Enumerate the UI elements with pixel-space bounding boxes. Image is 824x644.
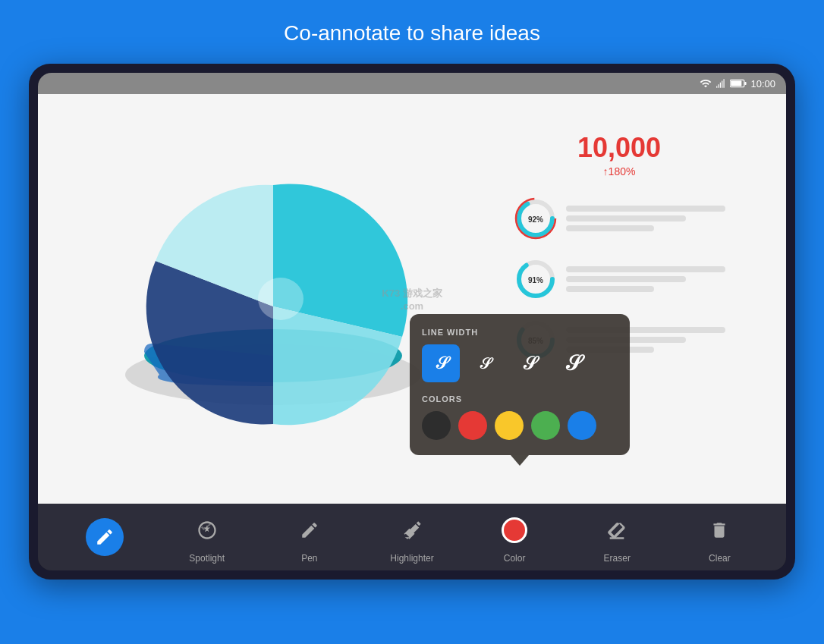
- pen-active-wrapper[interactable]: [86, 518, 124, 556]
- svg-point-5: [258, 278, 303, 320]
- mini-stat-1: 92%: [513, 196, 725, 241]
- chart-area: [114, 140, 432, 428]
- main-content: 10,000 ↑180% 92%: [38, 94, 786, 504]
- pen-icon: [300, 520, 319, 540]
- big-number: 10,000: [513, 132, 725, 164]
- mini-line: [566, 215, 686, 221]
- eraser-wrapper[interactable]: [598, 511, 636, 549]
- line-width-popup: LINE WIDTH 𝒮 𝒮 𝒮 𝒮 COLO: [410, 314, 630, 455]
- color-red[interactable]: [458, 411, 487, 440]
- mini-line: [566, 206, 725, 212]
- pie-chart: [114, 140, 432, 428]
- toolbar-item-highlighter[interactable]: Highlighter: [382, 511, 442, 564]
- spotlight-label: Spotlight: [189, 553, 225, 564]
- line-width-s[interactable]: 𝒮: [466, 344, 504, 382]
- mini-line: [566, 276, 686, 282]
- popup-line-width-label: LINE WIDTH: [422, 328, 618, 337]
- color-green[interactable]: [531, 411, 560, 440]
- trash-icon: [709, 520, 729, 541]
- color-label: Color: [504, 553, 526, 564]
- line-width-s-icon: 𝒮: [480, 355, 490, 372]
- eraser-icon: [606, 520, 627, 541]
- highlighter-wrapper[interactable]: [393, 511, 431, 549]
- status-bar: 10:00: [38, 73, 786, 94]
- color-options[interactable]: [422, 411, 618, 440]
- clear-wrapper[interactable]: [700, 511, 738, 549]
- mini-stat-2: 91%: [513, 256, 725, 302]
- device-screen: 10:00: [38, 73, 786, 570]
- mini-donut-2: 91%: [513, 256, 558, 302]
- color-wrapper[interactable]: [495, 511, 533, 549]
- line-width-options[interactable]: 𝒮 𝒮 𝒮 𝒮: [422, 344, 618, 382]
- toolbar: Spotlight Pen Highlighter: [38, 504, 786, 570]
- toolbar-item-clear[interactable]: Clear: [689, 511, 750, 564]
- eraser-label: Eraser: [604, 553, 631, 564]
- spotlight-icon: [197, 520, 218, 541]
- mini-lines-2: [566, 266, 725, 292]
- mini-line: [566, 286, 654, 292]
- popup-colors-label: COLORS: [422, 394, 618, 404]
- line-width-m[interactable]: 𝒮: [510, 344, 548, 382]
- toolbar-item-spotlight[interactable]: Spotlight: [177, 511, 237, 564]
- pen-active-icon: [95, 527, 115, 547]
- pen-label: Pen: [301, 553, 317, 564]
- toolbar-item-eraser[interactable]: Eraser: [587, 511, 647, 564]
- svg-text:92%: 92%: [528, 215, 543, 224]
- wifi-icon: [700, 77, 712, 90]
- line-width-l[interactable]: 𝒮: [554, 344, 592, 382]
- highlighter-label: Highlighter: [390, 553, 433, 564]
- mini-line: [566, 225, 654, 231]
- status-time: 10:00: [750, 78, 775, 90]
- color-blue[interactable]: [568, 411, 596, 440]
- svg-text:91%: 91%: [528, 276, 543, 284]
- device-frame: 10:00: [29, 64, 795, 580]
- signal-icon: [715, 77, 726, 90]
- line-width-m-icon: 𝒮: [523, 353, 536, 374]
- line-width-l-icon: 𝒮: [565, 351, 580, 376]
- pen-wrapper[interactable]: [291, 511, 329, 549]
- toolbar-item-pen-active[interactable]: [74, 518, 135, 556]
- popup-arrow: [511, 455, 529, 466]
- toolbar-item-pen[interactable]: Pen: [279, 511, 340, 564]
- color-yellow[interactable]: [495, 411, 524, 440]
- clear-label: Clear: [709, 553, 731, 564]
- current-color-circle[interactable]: [502, 517, 527, 543]
- line-width-xs[interactable]: 𝒮: [422, 344, 460, 382]
- page-title: Co-annotate to share ideas: [284, 0, 540, 64]
- spotlight-wrapper[interactable]: [188, 511, 226, 549]
- highlighter-icon: [401, 520, 423, 541]
- svg-rect-2: [745, 82, 747, 85]
- mini-line: [566, 266, 725, 272]
- svg-rect-1: [731, 80, 742, 86]
- color-black[interactable]: [422, 411, 451, 440]
- line-width-xs-icon: 𝒮: [436, 353, 447, 373]
- big-number-sub: ↑180%: [513, 165, 725, 177]
- mini-lines-1: [566, 206, 725, 231]
- mini-donut-1: 92%: [513, 196, 558, 241]
- status-icons: 10:00: [700, 77, 775, 90]
- battery-icon: [730, 78, 747, 89]
- toolbar-item-color[interactable]: Color: [484, 511, 545, 564]
